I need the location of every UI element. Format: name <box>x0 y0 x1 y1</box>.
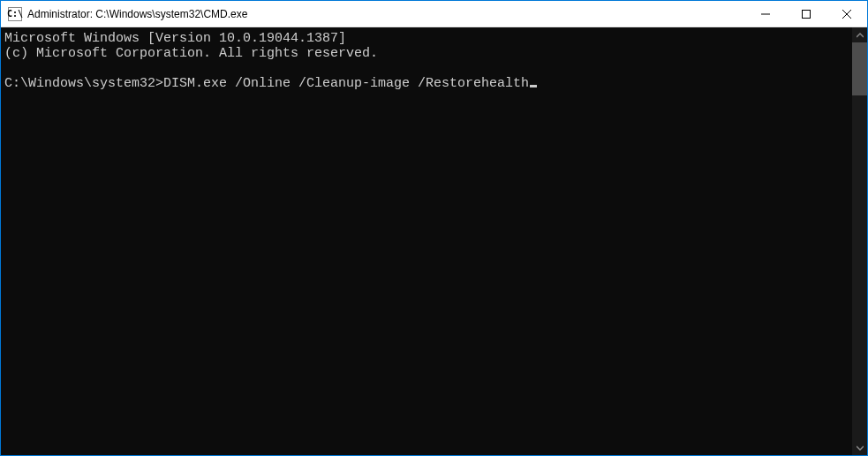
svg-rect-1 <box>803 10 811 18</box>
minimize-icon <box>761 10 770 19</box>
scroll-up-button[interactable] <box>852 27 867 42</box>
chevron-up-icon <box>857 32 864 39</box>
chevron-down-icon <box>857 445 864 452</box>
scroll-track[interactable] <box>852 42 867 440</box>
text-cursor <box>530 85 537 87</box>
window-title: Administrator: C:\Windows\system32\CMD.e… <box>27 8 247 20</box>
prompt-text: C:\Windows\system32> <box>4 76 163 91</box>
minimize-button[interactable] <box>745 1 786 27</box>
terminal[interactable]: Microsoft Windows [Version 10.0.19044.13… <box>1 27 852 455</box>
client-area: Microsoft Windows [Version 10.0.19044.13… <box>1 27 867 455</box>
command-input[interactable]: DISM.exe /Online /Cleanup-image /Restore… <box>163 76 529 91</box>
app-icon-glyph: C:\ <box>7 10 23 19</box>
close-button[interactable] <box>826 1 867 27</box>
banner-line-1: Microsoft Windows [Version 10.0.19044.13… <box>4 31 852 46</box>
app-icon: C:\ <box>8 7 22 21</box>
maximize-icon <box>802 10 811 19</box>
titlebar[interactable]: C:\ Administrator: C:\Windows\system32\C… <box>1 1 867 27</box>
banner-line-2: (c) Microsoft Corporation. All rights re… <box>4 46 852 61</box>
prompt-line: C:\Windows\system32>DISM.exe /Online /Cl… <box>4 76 852 91</box>
vertical-scrollbar[interactable] <box>852 27 867 455</box>
scroll-down-button[interactable] <box>852 440 867 455</box>
maximize-button[interactable] <box>786 1 826 27</box>
scroll-thumb[interactable] <box>852 42 867 95</box>
cmd-window: C:\ Administrator: C:\Windows\system32\C… <box>1 1 867 455</box>
blank-line <box>4 61 852 76</box>
window-controls <box>745 1 867 27</box>
close-icon <box>842 10 851 19</box>
